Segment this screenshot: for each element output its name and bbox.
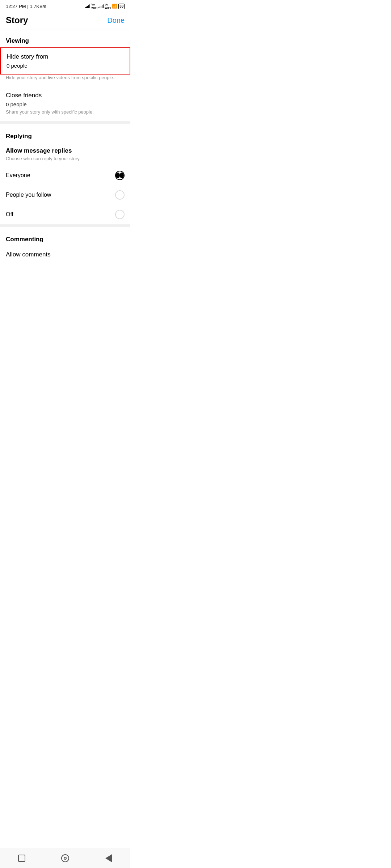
reply-option-everyone[interactable]: Everyone xyxy=(0,166,130,185)
status-time: 12:27 PM | 1.7KB/s xyxy=(6,4,46,9)
section-divider-2 xyxy=(0,224,130,227)
allow-comments-item[interactable]: Allow comments xyxy=(0,246,130,265)
hide-story-count: 0 people xyxy=(7,63,124,69)
reply-option-off-label: Off xyxy=(6,211,13,218)
hide-story-item[interactable]: Hide story from 0 people xyxy=(0,47,130,75)
battery-indicator: 38 xyxy=(118,4,125,9)
status-bar: 12:27 PM | 1.7KB/s VoWiFi VoWiFi 📶 38 xyxy=(0,0,130,11)
page-title: Story xyxy=(6,15,28,25)
battery-level: 38 xyxy=(119,4,123,8)
vo-label-1: VoWiFi xyxy=(91,3,97,9)
close-friends-description: Share your story only with specific peop… xyxy=(0,109,130,121)
top-nav: Story Done xyxy=(0,11,130,30)
commenting-section-header: Commenting xyxy=(0,229,130,246)
reply-option-off[interactable]: Off xyxy=(0,205,130,224)
signal-bars-1 xyxy=(85,4,90,8)
hide-story-title: Hide story from xyxy=(7,53,124,60)
replying-section-header: Replying xyxy=(0,125,130,143)
close-friends-title: Close friends xyxy=(6,92,125,99)
reply-option-follow[interactable]: People you follow xyxy=(0,185,130,205)
done-button[interactable]: Done xyxy=(107,16,125,25)
replying-section: Replying Allow message replies Choose wh… xyxy=(0,124,130,224)
reply-option-everyone-label: Everyone xyxy=(6,172,30,179)
reply-radio-everyone xyxy=(115,171,125,180)
commenting-section: Commenting Allow comments xyxy=(0,227,130,265)
section-divider-1 xyxy=(0,121,130,124)
close-friends-count: 0 people xyxy=(6,101,125,107)
signal-bars-2 xyxy=(98,4,104,8)
allow-comments-title: Allow comments xyxy=(6,251,125,258)
viewing-section-header: Viewing xyxy=(0,30,130,47)
allow-replies-title: Allow message replies xyxy=(0,143,130,156)
reply-radio-off xyxy=(115,210,125,219)
close-friends-item[interactable]: Close friends 0 people xyxy=(0,87,130,109)
wifi-icon: 📶 xyxy=(112,4,117,9)
vo-label-2: VoWiFi xyxy=(105,3,111,9)
reply-option-follow-label: People you follow xyxy=(6,192,51,198)
allow-replies-description: Choose who can reply to your story. xyxy=(0,156,130,166)
hide-story-description: Hide your story and live videos from spe… xyxy=(0,75,130,87)
status-icons: VoWiFi VoWiFi 📶 38 xyxy=(85,3,125,9)
reply-radio-follow xyxy=(115,190,125,200)
